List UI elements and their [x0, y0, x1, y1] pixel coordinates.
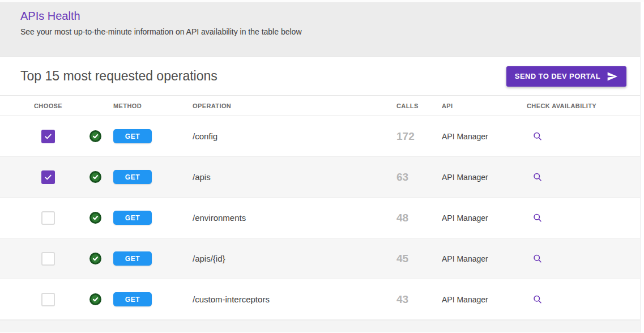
- calls-count: 48: [396, 212, 408, 224]
- search-icon: [532, 131, 543, 142]
- method-badge: GET: [113, 211, 152, 225]
- section-bar: Top 15 most requested operations SEND TO…: [0, 57, 640, 96]
- next-row-partial: [0, 320, 640, 332]
- row-checkbox[interactable]: [41, 293, 55, 306]
- check-availability-button[interactable]: [532, 131, 543, 142]
- section-title: Top 15 most requested operations: [20, 69, 217, 84]
- check-circle-icon: [89, 293, 101, 305]
- table-body: GET /config 172 API Manager GE: [0, 116, 640, 320]
- table-row: GET /custom-interceptors 43 API Manager: [0, 279, 640, 320]
- column-header-calls: CALLS: [396, 103, 442, 109]
- calls-count: 63: [396, 171, 408, 183]
- method-badge: GET: [113, 170, 152, 184]
- page-subtitle: See your most up-to-the-minute informati…: [20, 27, 640, 36]
- calls-count: 45: [396, 253, 408, 265]
- operation-path: /apis: [193, 172, 211, 182]
- column-header-api: API: [442, 103, 527, 109]
- search-icon: [532, 294, 543, 305]
- row-checkbox[interactable]: [41, 170, 55, 184]
- check-icon: [44, 132, 53, 141]
- page-title: APIs Health: [20, 8, 640, 23]
- table-row: GET /config 172 API Manager: [0, 116, 640, 157]
- check-availability-button[interactable]: [532, 213, 543, 223]
- check-icon: [44, 173, 53, 182]
- table-header-row: CHOOSE METHOD OPERATION CALLS API CHECK …: [0, 96, 640, 116]
- api-name: API Manager: [442, 295, 488, 304]
- row-checkbox[interactable]: [41, 130, 55, 143]
- check-availability-button[interactable]: [532, 254, 543, 264]
- send-icon: [607, 71, 618, 82]
- page-header: APIs Health See your most up-to-the-minu…: [0, 2, 640, 57]
- operation-path: /apis/{id}: [193, 254, 225, 263]
- check-circle-icon: [89, 130, 101, 142]
- apis-health-panel: APIs Health See your most up-to-the-minu…: [0, 2, 641, 332]
- table-row: GET /environments 48 API Manager: [0, 198, 640, 238]
- operation-path: /config: [193, 131, 217, 141]
- row-checkbox[interactable]: [41, 252, 55, 266]
- calls-count: 172: [396, 130, 415, 143]
- api-name: API Manager: [442, 254, 488, 263]
- api-name: API Manager: [442, 214, 488, 223]
- check-availability-button[interactable]: [532, 172, 543, 182]
- method-badge: GET: [113, 251, 152, 266]
- operation-path: /environments: [193, 213, 246, 223]
- column-header-operation: OPERATION: [193, 103, 396, 109]
- api-name: API Manager: [442, 173, 488, 182]
- check-circle-icon: [89, 253, 101, 264]
- send-button-label: SEND TO DEV PORTAL: [515, 72, 600, 80]
- check-availability-button[interactable]: [532, 294, 543, 305]
- search-icon: [532, 172, 543, 182]
- api-name: API Manager: [442, 132, 488, 141]
- check-circle-icon: [89, 171, 101, 183]
- column-header-choose: CHOOSE: [0, 103, 71, 109]
- operation-path: /custom-interceptors: [193, 294, 270, 304]
- table-row: GET /apis 63 API Manager: [0, 157, 640, 198]
- row-checkbox[interactable]: [41, 211, 55, 225]
- search-icon: [532, 213, 543, 223]
- column-header-method: METHOD: [113, 103, 193, 109]
- method-badge: GET: [113, 292, 152, 306]
- table-row: GET /apis/{id} 45 API Manager: [0, 238, 640, 279]
- method-badge: GET: [113, 129, 152, 143]
- send-to-dev-portal-button[interactable]: SEND TO DEV PORTAL: [506, 66, 626, 87]
- calls-count: 43: [396, 293, 408, 306]
- check-circle-icon: [89, 212, 101, 224]
- search-icon: [532, 254, 543, 264]
- column-header-check-availability: CHECK AVAILABILITY: [527, 103, 640, 109]
